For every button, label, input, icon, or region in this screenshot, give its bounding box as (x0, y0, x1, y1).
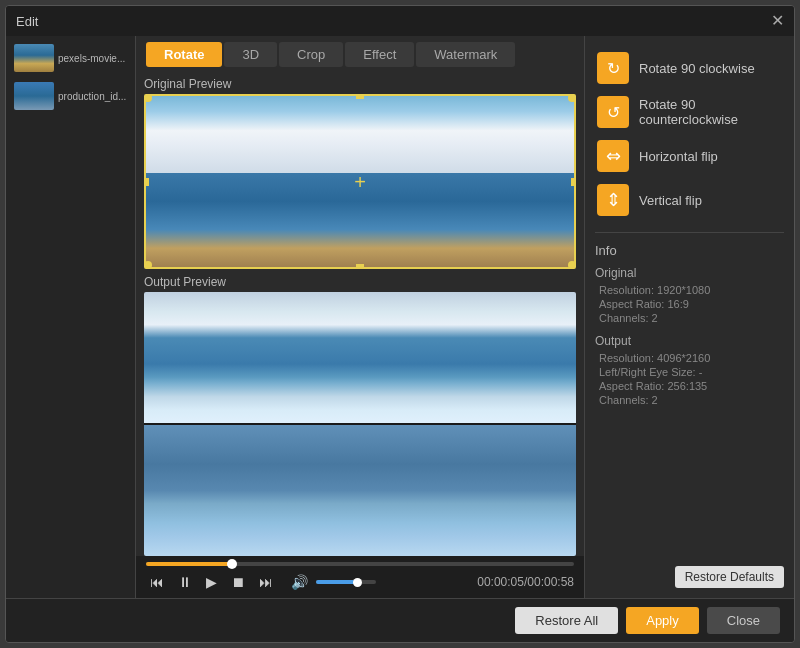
original-info-group: Original Resolution: 1920*1080 Aspect Ra… (595, 266, 784, 324)
skip-forward-button[interactable]: ⏭ (255, 572, 277, 592)
info-title: Info (595, 243, 784, 258)
output-info-title: Output (595, 334, 784, 348)
tab-rotate[interactable]: Rotate (146, 42, 222, 67)
rotate-cw-button[interactable]: ↻ Rotate 90 clockwise (595, 50, 784, 86)
original-info-title: Original (595, 266, 784, 280)
close-button[interactable]: Close (707, 607, 780, 634)
edit-window: Edit ✕ pexels-movie... production_id... (5, 5, 795, 643)
rotate-ccw-icon: ↺ (597, 96, 629, 128)
main-content: pexels-movie... production_id... Rotate … (6, 36, 794, 598)
output-preview (144, 292, 576, 556)
vertical-flip-button[interactable]: ⇕ Vertical flip (595, 182, 784, 218)
clouds-layer (146, 96, 574, 173)
time-display: 00:00:05/00:00:58 (477, 575, 574, 589)
sea-layer (146, 173, 574, 267)
progress-fill (146, 562, 232, 566)
tab-3d[interactable]: 3D (224, 42, 277, 67)
original-aspect-ratio: Aspect Ratio: 16:9 (595, 298, 784, 310)
original-preview-label: Original Preview (144, 77, 576, 91)
sidebar-label-1: pexels-movie... (58, 53, 125, 64)
sidebar-item-2[interactable]: production_id... (10, 78, 131, 114)
play-button[interactable]: ▶ (202, 572, 221, 592)
handle-br[interactable] (568, 261, 576, 269)
pause-button[interactable]: ⏸ (174, 572, 196, 592)
tab-crop[interactable]: Crop (279, 42, 343, 67)
apply-button[interactable]: Apply (626, 607, 699, 634)
sidebar-thumb-1 (14, 44, 54, 72)
volume-section: 🔊 (287, 572, 376, 592)
output-resolution: Resolution: 4096*2160 (595, 352, 784, 364)
output-channels: Channels: 2 (595, 394, 784, 406)
handle-edge-l[interactable] (144, 178, 149, 186)
skip-back-button[interactable]: ⏮ (146, 572, 168, 592)
handle-tr[interactable] (568, 94, 576, 102)
title-bar: Edit ✕ (6, 6, 794, 36)
horizontal-flip-icon: ⇔ (597, 140, 629, 172)
output-preview-label: Output Preview (144, 275, 576, 289)
controls-row: ⏮ ⏸ ▶ ⏹ ⏭ 🔊 00:00:05/00:00:58 (146, 572, 574, 592)
sidebar-label-2: production_id... (58, 91, 126, 102)
original-preview: + (144, 94, 576, 269)
window-close-button[interactable]: ✕ (771, 13, 784, 29)
tab-effect[interactable]: Effect (345, 42, 414, 67)
divider (595, 232, 784, 233)
player-controls: ⏮ ⏸ ▶ ⏹ ⏭ 🔊 00:00:05/00:00:58 (136, 556, 584, 598)
restore-defaults-button[interactable]: Restore Defaults (675, 566, 784, 588)
output-bottom-image (144, 425, 576, 556)
preview-area: Original Preview + Output P (136, 73, 584, 556)
rotate-cw-icon: ↻ (597, 52, 629, 84)
vertical-flip-icon: ⇕ (597, 184, 629, 216)
output-top-image (144, 292, 576, 423)
bottom-bar: Restore All Apply Close (6, 598, 794, 642)
vertical-flip-label: Vertical flip (639, 193, 702, 208)
tab-watermark[interactable]: Watermark (416, 42, 515, 67)
rotate-actions: ↻ Rotate 90 clockwise ↺ Rotate 90 counte… (595, 50, 784, 218)
handle-edge-r[interactable] (571, 178, 576, 186)
volume-thumb[interactable] (353, 578, 362, 587)
output-aspect-ratio: Aspect Ratio: 256:135 (595, 380, 784, 392)
original-preview-image (146, 96, 574, 267)
handle-edge-b[interactable] (356, 264, 364, 269)
info-section: Info Original Resolution: 1920*1080 Aspe… (595, 243, 784, 416)
handle-bl[interactable] (144, 261, 152, 269)
rotate-cw-label: Rotate 90 clockwise (639, 61, 755, 76)
original-channels: Channels: 2 (595, 312, 784, 324)
right-panel: ↻ Rotate 90 clockwise ↺ Rotate 90 counte… (584, 36, 794, 598)
handle-tl[interactable] (144, 94, 152, 102)
volume-icon[interactable]: 🔊 (287, 572, 312, 592)
rotate-ccw-button[interactable]: ↺ Rotate 90 counterclockwise (595, 94, 784, 130)
sidebar-item-1[interactable]: pexels-movie... (10, 40, 131, 76)
window-title: Edit (16, 14, 38, 29)
progress-thumb[interactable] (227, 559, 237, 569)
progress-bar[interactable] (146, 562, 574, 566)
volume-track[interactable] (316, 580, 376, 584)
horizontal-flip-button[interactable]: ⇔ Horizontal flip (595, 138, 784, 174)
sidebar: pexels-movie... production_id... (6, 36, 136, 598)
volume-fill (316, 580, 355, 584)
tabs-bar: Rotate 3D Crop Effect Watermark (136, 36, 584, 73)
output-info-group: Output Resolution: 4096*2160 Left/Right … (595, 334, 784, 406)
center-area: Rotate 3D Crop Effect Watermark Original… (136, 36, 584, 598)
sidebar-thumb-2 (14, 82, 54, 110)
output-eye-size: Left/Right Eye Size: - (595, 366, 784, 378)
rotate-ccw-label: Rotate 90 counterclockwise (639, 97, 782, 127)
handle-edge-t[interactable] (356, 94, 364, 99)
horizontal-flip-label: Horizontal flip (639, 149, 718, 164)
stop-button[interactable]: ⏹ (227, 572, 249, 592)
restore-all-button[interactable]: Restore All (515, 607, 618, 634)
original-resolution: Resolution: 1920*1080 (595, 284, 784, 296)
